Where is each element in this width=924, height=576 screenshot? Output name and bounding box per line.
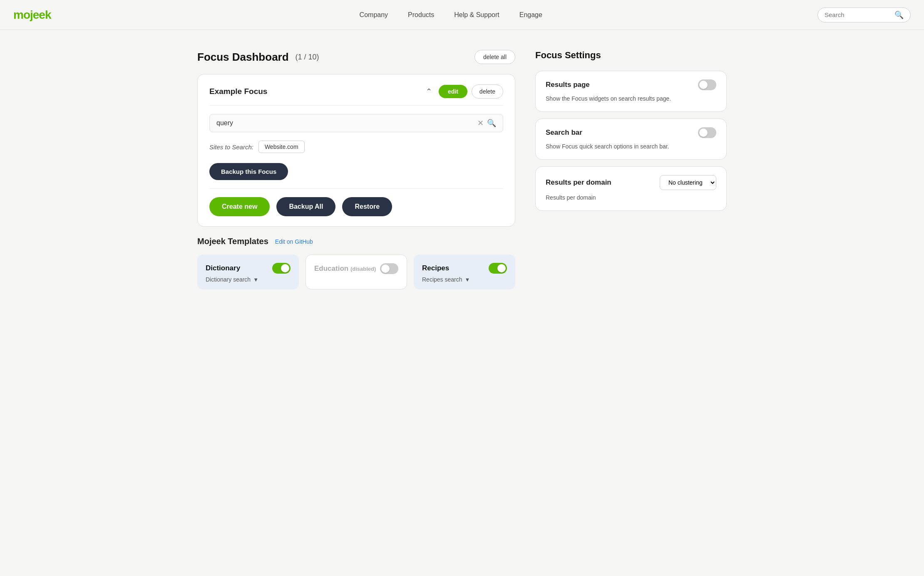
template-dictionary-name: Dictionary <box>206 264 240 272</box>
search-bar-desc: Show Focus quick search options in searc… <box>546 142 716 151</box>
template-card-dictionary: Dictionary Dictionary search ▼ <box>197 255 299 289</box>
template-card-recipes: Recipes Recipes search ▼ <box>414 255 515 289</box>
clustering-select[interactable]: No clustering 1 2 3 <box>660 175 716 190</box>
nav-links: Company Products Help & Support Engage <box>84 11 818 19</box>
templates-header: Mojeek Templates Edit on GitHub <box>197 237 515 246</box>
template-card-education: Education (disabled) <box>306 255 407 289</box>
logo[interactable]: mojeek <box>13 8 51 22</box>
template-dictionary-toggle[interactable] <box>272 263 291 274</box>
template-card-education-header: Education (disabled) <box>314 263 398 274</box>
backup-focus-button[interactable]: Backup this Focus <box>209 163 288 180</box>
nav-search-box: 🔍 <box>817 7 911 22</box>
template-recipes-toggle[interactable] <box>489 263 507 274</box>
create-new-button[interactable]: Create new <box>209 197 270 216</box>
nav-company[interactable]: Company <box>360 11 388 19</box>
template-card-recipes-header: Recipes <box>422 263 507 274</box>
settings-search-bar-header: Search bar <box>546 127 716 138</box>
settings-results-page: Results page Show the Focus widgets on s… <box>535 71 727 112</box>
focus-card: Example Focus ⌃ edit delete ✕ 🔍 Sites to… <box>197 74 515 227</box>
chevron-up-icon[interactable]: ⌃ <box>426 87 432 96</box>
delete-button[interactable]: delete <box>472 84 503 99</box>
backup-all-button[interactable]: Backup All <box>276 197 335 216</box>
results-per-domain-name: Results per domain <box>546 178 611 187</box>
nav-engage[interactable]: Engage <box>519 11 542 19</box>
clear-icon[interactable]: ✕ <box>477 119 484 128</box>
site-tag: Website.com <box>258 141 305 153</box>
search-mag-icon: 🔍 <box>487 119 496 128</box>
navbar: mojeek Company Products Help & Support E… <box>0 0 924 30</box>
main-content: Focus Dashboard (1 / 10) delete all Exam… <box>171 30 753 309</box>
template-dictionary-desc: Dictionary search ▼ <box>206 276 291 283</box>
results-per-domain-desc: Results per domain <box>546 193 716 202</box>
dictionary-chevron-down-icon[interactable]: ▼ <box>253 277 258 283</box>
nav-products[interactable]: Products <box>408 11 434 19</box>
edit-button[interactable]: edit <box>439 85 467 98</box>
sites-label: Sites to Search: <box>209 143 253 151</box>
restore-button[interactable]: Restore <box>342 197 392 216</box>
results-per-domain-row: Results per domain No clustering 1 2 3 <box>546 175 716 190</box>
focus-search-box: ✕ 🔍 <box>209 114 503 132</box>
search-icon: 🔍 <box>894 10 904 20</box>
focus-settings-title: Focus Settings <box>535 50 727 61</box>
results-page-toggle[interactable] <box>698 79 716 90</box>
settings-search-bar: Search bar Show Focus quick search optio… <box>535 119 727 160</box>
settings-results-per-domain: Results per domain No clustering 1 2 3 R… <box>535 166 727 211</box>
sites-row: Sites to Search: Website.com <box>209 141 503 153</box>
search-bar-toggle[interactable] <box>698 127 716 138</box>
action-buttons: Create new Backup All Restore <box>209 188 503 216</box>
results-page-name: Results page <box>546 81 590 89</box>
search-bar-name: Search bar <box>546 129 582 137</box>
focus-card-header: Example Focus ⌃ edit delete <box>209 84 503 106</box>
recipes-chevron-down-icon[interactable]: ▼ <box>465 277 470 283</box>
dashboard-count: (1 / 10) <box>296 53 319 62</box>
delete-all-button[interactable]: delete all <box>474 50 515 64</box>
nav-search-input[interactable] <box>825 11 891 18</box>
results-page-desc: Show the Focus widgets on search results… <box>546 94 716 103</box>
focus-name: Example Focus <box>209 87 426 96</box>
focus-search-input[interactable] <box>216 119 474 127</box>
edit-github-link[interactable]: Edit on GitHub <box>275 238 313 245</box>
dashboard-header: Focus Dashboard (1 / 10) delete all <box>197 50 515 64</box>
templates-title: Mojeek Templates <box>197 237 268 246</box>
template-education-toggle[interactable] <box>380 263 398 274</box>
template-card-dictionary-header: Dictionary <box>206 263 291 274</box>
template-recipes-name: Recipes <box>422 264 449 272</box>
template-recipes-desc: Recipes search ▼ <box>422 276 507 283</box>
dashboard-title: Focus Dashboard <box>197 51 289 64</box>
right-column: Focus Settings Results page Show the Foc… <box>535 50 727 289</box>
template-education-name: Education (disabled) <box>314 265 376 273</box>
template-cards: Dictionary Dictionary search ▼ Educa <box>197 255 515 289</box>
settings-results-page-header: Results page <box>546 79 716 90</box>
nav-help[interactable]: Help & Support <box>454 11 499 19</box>
left-column: Focus Dashboard (1 / 10) delete all Exam… <box>197 50 515 289</box>
